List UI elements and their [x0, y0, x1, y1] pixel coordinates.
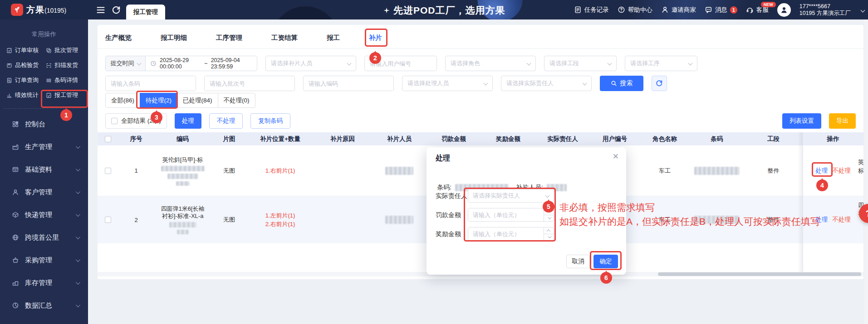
- dialog-responsible-select[interactable]: 请选择实际责任人: [468, 189, 554, 203]
- tab-report-detail[interactable]: 报工明细: [161, 34, 187, 42]
- quick-item-work-report[interactable]: 报工管理: [46, 91, 85, 99]
- chevron-down-icon: [76, 235, 80, 239]
- sidebar-item-express[interactable]: 快递管理: [0, 203, 88, 226]
- redacted-text: [176, 181, 190, 186]
- refresh-page-icon[interactable]: [112, 5, 121, 15]
- chevron-down-icon: [137, 61, 141, 65]
- quick-actions-grid: 订单审核 批次管理 品检验货 扫描发货 订单查询 条码详情: [6, 46, 85, 99]
- collapse-menu-icon[interactable]: [96, 5, 105, 15]
- responsible-select[interactable]: 请选择实际责任人: [501, 76, 592, 91]
- barcode-input[interactable]: [106, 76, 196, 91]
- console-icon: [12, 121, 19, 128]
- confirm-button[interactable]: 确定: [593, 255, 618, 268]
- sidebar-item-purchase[interactable]: 采购管理: [0, 249, 88, 271]
- quick-item-batch-manage[interactable]: 批次管理: [46, 46, 85, 54]
- sidebar-item-customers[interactable]: 客户管理: [0, 181, 88, 203]
- user-menu-chevron-icon[interactable]: [861, 8, 865, 13]
- handle-button[interactable]: 处理: [175, 113, 201, 129]
- user-info[interactable]: 177****5667 10195 方果演示工厂: [799, 3, 851, 17]
- messages-link[interactable]: 消息 1: [705, 6, 737, 14]
- tab-wage-settle[interactable]: 工资结算: [271, 34, 298, 42]
- sidebar-item-base-data[interactable]: 基础资料: [0, 158, 88, 181]
- row-checkbox[interactable]: [105, 168, 111, 174]
- tab-production-overview[interactable]: 生产概览: [105, 34, 132, 42]
- user-avatar[interactable]: [777, 3, 791, 17]
- help-center-link[interactable]: 帮助中心: [618, 6, 652, 14]
- customer-service-link[interactable]: 客服 NEW: [746, 6, 769, 14]
- sidebar-item-inventory[interactable]: 库存管理: [0, 271, 88, 294]
- reset-refresh-button[interactable]: [652, 76, 667, 91]
- time-type-select[interactable]: 提交时间: [106, 56, 146, 71]
- base-data-icon: [12, 166, 19, 173]
- search-button[interactable]: 搜索: [600, 76, 643, 91]
- tab-work-report[interactable]: 报工: [327, 34, 340, 42]
- sidebar-item-console[interactable]: 控制台: [0, 113, 88, 135]
- step-down-icon[interactable]: [548, 216, 551, 219]
- export-button[interactable]: 导出: [829, 113, 856, 129]
- app-logo-icon[interactable]: [11, 4, 23, 16]
- express-box-icon: [12, 211, 19, 218]
- open-page-tab[interactable]: 报工管理: [126, 5, 165, 19]
- quick-item-quality-check[interactable]: 品检验货: [6, 61, 46, 69]
- quick-item-order-search[interactable]: 订单查询: [6, 76, 46, 84]
- row-checkbox[interactable]: [105, 217, 111, 223]
- row-handle-link[interactable]: 处理: [815, 167, 828, 175]
- select-all-checkbox[interactable]: [111, 118, 118, 124]
- batch-no-input[interactable]: [205, 76, 294, 91]
- row-no-handle-link[interactable]: 不处理: [832, 216, 851, 224]
- patch-person-select[interactable]: 请选择补片人员: [265, 56, 356, 71]
- task-record-link[interactable]: 任务记录: [574, 6, 609, 14]
- sidebar-item-production[interactable]: 生产管理: [0, 135, 88, 158]
- date-separator: ~: [204, 60, 207, 67]
- no-handle-button[interactable]: 不处理: [209, 113, 243, 129]
- horizontal-scrollbar[interactable]: [658, 272, 861, 276]
- status-tab-all[interactable]: 全部(86): [105, 93, 140, 108]
- copy-barcode-button[interactable]: 复制条码: [250, 113, 290, 129]
- role-select[interactable]: 请选择角色: [445, 56, 536, 71]
- process-select[interactable]: 请选择工序: [625, 56, 697, 71]
- list-settings-button[interactable]: 列表设置: [782, 113, 821, 129]
- step-up-icon[interactable]: [546, 229, 550, 233]
- step-down-icon[interactable]: [548, 235, 551, 238]
- cell-position: 1.右前片(1): [247, 145, 313, 196]
- select-all-box: 全部结果 (2条): [105, 113, 167, 129]
- step-up-icon[interactable]: [546, 210, 550, 214]
- chevron-down-icon: [76, 189, 80, 194]
- cell-person: [372, 145, 427, 196]
- task-record-icon: [574, 6, 582, 14]
- sidebar-item-crossborder[interactable]: 跨境首公里: [0, 226, 88, 249]
- quick-item-scan-ship[interactable]: 扫描发货: [46, 61, 85, 69]
- cell-section: 整件: [744, 145, 803, 196]
- quick-item-barcode-detail[interactable]: 条码详情: [46, 76, 85, 84]
- barcode-icon: [46, 77, 52, 83]
- handler-select[interactable]: 请选择处理人员: [402, 76, 493, 91]
- sidebar-item-data-summary[interactable]: 数据汇总: [0, 294, 88, 317]
- user-no-input[interactable]: [365, 56, 436, 71]
- fine-amount-input[interactable]: [468, 208, 532, 221]
- quick-item-order-audit[interactable]: 订单审核: [6, 46, 46, 54]
- tab-patch[interactable]: 补片: [369, 34, 382, 42]
- reward-stepper[interactable]: [544, 227, 554, 240]
- invite-merchant-link[interactable]: 邀请商家: [661, 6, 696, 14]
- reward-amount-input[interactable]: [468, 227, 532, 240]
- dialog-title: 处理: [436, 154, 450, 163]
- chevron-down-icon: [583, 81, 587, 85]
- pie-chart-icon: [12, 302, 19, 309]
- redacted-text: [167, 174, 198, 179]
- row-no-handle-link[interactable]: 不处理: [832, 167, 851, 175]
- work-section-select[interactable]: 请选择工段: [544, 56, 617, 71]
- row-handle-link[interactable]: 处理: [815, 216, 828, 224]
- message-bubble-icon: [705, 6, 712, 14]
- status-tab-handled[interactable]: 已处理(84): [177, 93, 218, 108]
- close-icon[interactable]: ✕: [613, 152, 619, 161]
- quick-item-performance-stats[interactable]: 绩效统计: [6, 91, 46, 99]
- cancel-button[interactable]: 取消: [566, 255, 590, 268]
- tab-process-manage[interactable]: 工序管理: [216, 34, 242, 42]
- code-input[interactable]: [304, 76, 393, 91]
- status-tab-nohandle[interactable]: 不处理(0): [218, 93, 255, 108]
- date-range-picker[interactable]: 2025-08-29 00:00:00 ~ 2025-09-04 23:59:5…: [146, 57, 257, 70]
- fine-stepper[interactable]: [544, 208, 554, 221]
- header-checkbox[interactable]: [105, 136, 111, 142]
- sparkle-icon: [383, 7, 390, 14]
- status-tab-pending[interactable]: 待处理(2): [140, 93, 177, 108]
